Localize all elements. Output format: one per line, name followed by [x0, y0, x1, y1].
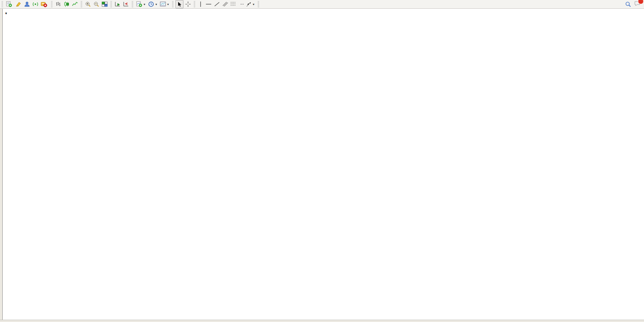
mt4-window: ▼ ▼ ▼ — [0, 0, 644, 322]
rsi-title — [5, 274, 6, 279]
candlestick-button[interactable] — [63, 0, 70, 8]
chart-shift-icon — [123, 1, 129, 7]
toolbar-grip[interactable] — [81, 1, 82, 7]
candlestick-icon — [64, 1, 70, 7]
zoom-in-icon — [85, 1, 91, 7]
arrows-tool[interactable]: ▼ — [245, 0, 256, 8]
text-label-tool[interactable] — [240, 0, 244, 8]
macd-title — [5, 228, 6, 233]
toolbar-grip[interactable] — [172, 1, 174, 7]
tile-windows-icon — [102, 1, 108, 7]
crosshair-tool-button[interactable] — [184, 0, 192, 8]
toolbar-grip[interactable] — [2, 1, 3, 7]
arrows-caret: ▼ — [252, 3, 255, 6]
new-order-button[interactable] — [5, 0, 14, 8]
periods-button[interactable]: ▼ — [147, 0, 158, 8]
vertical-line-tool[interactable] — [197, 0, 204, 8]
zoom-in-button[interactable] — [84, 0, 92, 8]
bar-chart-button[interactable] — [54, 0, 62, 8]
search-icon[interactable] — [625, 1, 631, 7]
profile-icon — [24, 1, 30, 7]
channel-icon — [222, 1, 229, 7]
new-order-icon — [6, 1, 12, 7]
template-icon — [160, 1, 166, 7]
fibonacci-tool[interactable] — [230, 0, 237, 8]
zoom-out-icon — [93, 1, 99, 7]
toolbar-grip[interactable] — [258, 1, 259, 7]
line-chart-icon — [72, 1, 78, 7]
autotrade-button[interactable] — [40, 0, 49, 8]
equidistant-channel-tool[interactable] — [222, 0, 229, 8]
signal-icon — [32, 1, 38, 7]
chart-canvas[interactable] — [0, 0, 644, 322]
trendline-tool[interactable] — [213, 0, 221, 8]
symbol-dropdown-icon[interactable]: ▼ — [5, 12, 8, 15]
bar-chart-icon — [55, 1, 61, 7]
auto-scroll-button[interactable] — [114, 0, 121, 8]
label-tool-letter — [241, 4, 244, 5]
styles-button[interactable] — [15, 0, 22, 8]
indicators-caret: ▼ — [143, 3, 146, 6]
templates-button[interactable]: ▼ — [159, 0, 170, 8]
trendline-icon — [214, 1, 220, 7]
cursor-tool-button[interactable] — [175, 0, 183, 8]
indicators-icon — [136, 1, 142, 7]
tile-windows-button[interactable] — [101, 0, 108, 8]
toolbar-grip[interactable] — [194, 1, 195, 7]
fibonacci-icon — [230, 1, 237, 7]
cursor-icon — [177, 2, 182, 7]
periods-caret: ▼ — [155, 3, 158, 6]
toolbar-grip[interactable] — [51, 1, 53, 7]
toolbar-grip[interactable] — [132, 1, 133, 7]
main-toolbar: ▼ ▼ ▼ — [0, 0, 644, 9]
chart-shift-button[interactable] — [122, 0, 130, 8]
chart-title: ▼ — [5, 11, 12, 16]
templates-caret: ▼ — [167, 3, 169, 6]
toolbar-grip[interactable] — [110, 1, 112, 7]
horizontal-line-tool[interactable] — [205, 0, 212, 8]
indicators-button[interactable]: ▼ — [135, 0, 147, 8]
notifications-button[interactable] — [634, 0, 641, 8]
autotrade-icon — [41, 1, 47, 7]
arrows-icon — [246, 2, 252, 7]
crosshair-icon — [185, 1, 191, 7]
auto-scroll-icon — [115, 1, 121, 7]
signals-button[interactable] — [32, 0, 39, 8]
notification-badge — [638, 0, 644, 4]
text-tool[interactable] — [238, 0, 239, 8]
profile-button[interactable] — [23, 0, 31, 8]
crayon-icon — [16, 1, 22, 7]
toolbar-right — [625, 0, 641, 8]
horizontal-line-icon — [206, 1, 212, 7]
vertical-line-icon — [198, 1, 203, 7]
clock-icon — [148, 1, 154, 7]
zoom-out-button[interactable] — [92, 0, 100, 8]
line-chart-button[interactable] — [71, 0, 79, 8]
